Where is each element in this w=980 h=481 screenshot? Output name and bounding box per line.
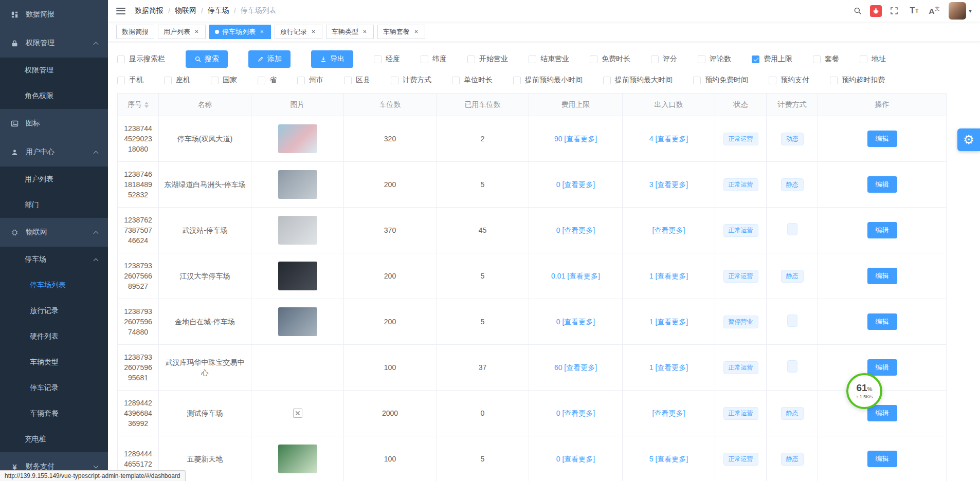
column-filter-checkbox[interactable]: 单位时长	[452, 76, 493, 85]
column-filter-checkbox[interactable]: 经度	[374, 54, 400, 64]
sidebar-item-charging-pile[interactable]: 充电桩	[0, 427, 108, 452]
row-thumbnail[interactable]	[278, 124, 317, 153]
row-thumbnail[interactable]	[278, 445, 317, 473]
sidebar-group-user-center[interactable]: 用户中心	[0, 138, 108, 166]
tab[interactable]: 用户列表	[158, 25, 206, 39]
breadcrumb-item[interactable]: 数据简报	[135, 6, 164, 15]
fee-limit-more-link[interactable]: 0 [查看更多]	[556, 318, 595, 326]
close-icon[interactable]	[193, 28, 200, 35]
fee-limit-more-link[interactable]: 90 [查看更多]	[554, 135, 597, 143]
fullscreen-button[interactable]	[886, 2, 902, 20]
column-filter-checkbox[interactable]: 评论数	[698, 54, 731, 64]
tab[interactable]: 车辆套餐	[377, 25, 425, 39]
gates-more-link[interactable]: 5 [查看更多]	[649, 455, 688, 463]
sidebar-item-hardware-list[interactable]: 硬件列表	[0, 324, 108, 349]
gates-more-link[interactable]: [查看更多]	[652, 409, 685, 417]
gates-more-link[interactable]: 1 [查看更多]	[649, 363, 688, 372]
sidebar-item-pass-records[interactable]: 放行记录	[0, 298, 108, 324]
gates-more-link[interactable]: [查看更多]	[652, 226, 685, 234]
fee-limit-more-link[interactable]: 0 [查看更多]	[556, 180, 595, 189]
column-filter-checkbox[interactable]: 预约超时扣费	[830, 76, 885, 85]
sidebar-group-iot[interactable]: 物联网	[0, 218, 108, 247]
column-filter-checkbox[interactable]: 手机	[117, 76, 143, 85]
tab[interactable]: 数据简报	[116, 25, 154, 39]
sidebar-item-parking-list[interactable]: 停车场列表	[0, 272, 108, 298]
gates-more-link[interactable]: 4 [查看更多]	[649, 135, 688, 143]
tab[interactable]: 放行记录	[275, 25, 322, 39]
sidebar-group-permissions[interactable]: 权限管理	[0, 29, 108, 58]
sidebar-group-parking[interactable]: 停车场	[0, 247, 108, 272]
column-filter-checkbox[interactable]: 地址	[860, 54, 886, 64]
column-filter-checkbox[interactable]: 结束营业	[529, 54, 569, 64]
sidebar-item-icons[interactable]: 图标	[0, 109, 108, 138]
close-icon[interactable]	[361, 28, 368, 35]
col-header-id[interactable]: 序号	[118, 94, 159, 116]
row-thumbnail[interactable]	[278, 307, 317, 336]
row-thumbnail[interactable]	[278, 216, 317, 245]
header-search-button[interactable]	[850, 2, 865, 20]
fee-limit-more-link[interactable]: 0 [查看更多]	[556, 455, 595, 463]
breadcrumb-item[interactable]: 停车场列表	[241, 6, 277, 15]
language-button[interactable]: A 文	[927, 2, 942, 20]
column-filter-checkbox[interactable]: 开始营业	[467, 54, 508, 64]
sidebar-item-department[interactable]: 部门	[0, 192, 108, 218]
edit-button[interactable]: 编辑	[867, 131, 897, 147]
column-filter-checkbox[interactable]: 费用上限	[752, 54, 792, 64]
network-speed-widget[interactable]: 61% ↑ 1.5K/s	[846, 373, 882, 409]
row-thumbnail[interactable]	[278, 170, 317, 199]
sidebar-item-vehicle-packages[interactable]: 车辆套餐	[0, 401, 108, 427]
fee-limit-more-link[interactable]: 60 [查看更多]	[554, 363, 597, 372]
font-size-button[interactable]: T T	[906, 2, 922, 20]
sidebar-item-role-permissions[interactable]: 角色权限	[0, 83, 108, 109]
gates-more-link[interactable]: 1 [查看更多]	[649, 318, 688, 326]
add-button[interactable]: 添加	[248, 50, 291, 68]
fee-limit-more-link[interactable]: 0 [查看更多]	[556, 226, 595, 234]
error-log-button[interactable]	[870, 5, 882, 17]
edit-button[interactable]: 编辑	[867, 313, 897, 330]
settings-fab[interactable]: ⚙	[957, 128, 980, 151]
sort-desc-icon[interactable]	[144, 105, 149, 108]
column-filter-checkbox[interactable]: 提前预约最小时间	[513, 76, 583, 85]
edit-button[interactable]: 编辑	[867, 222, 897, 238]
hamburger-menu-button[interactable]	[116, 8, 125, 14]
breadcrumb-item[interactable]: 物联网	[175, 6, 196, 15]
row-thumbnail[interactable]	[278, 262, 317, 290]
search-button[interactable]: 搜索	[186, 50, 228, 68]
close-icon[interactable]	[413, 28, 420, 35]
column-filter-checkbox[interactable]: 州市	[297, 76, 323, 85]
column-filter-checkbox[interactable]: 预约免费时间	[693, 76, 748, 85]
column-filter-checkbox[interactable]: 区县	[344, 76, 370, 85]
edit-button[interactable]: 编辑	[867, 451, 897, 467]
sidebar-item-user-list[interactable]: 用户列表	[0, 166, 108, 192]
column-filter-checkbox[interactable]: 座机	[164, 76, 190, 85]
sort-icons[interactable]	[144, 102, 149, 108]
close-icon[interactable]	[259, 28, 265, 35]
column-filter-checkbox[interactable]: 省	[258, 76, 277, 85]
show-search-checkbox[interactable]: 显示搜索栏	[117, 54, 165, 64]
sidebar-item-data-brief[interactable]: 数据简报	[0, 0, 108, 29]
breadcrumb-item[interactable]: 停车场	[208, 6, 229, 15]
fee-limit-more-link[interactable]: 0.01 [查看更多]	[551, 272, 600, 280]
tab[interactable]: 车辆类型	[326, 25, 374, 39]
tab[interactable]: 停车场列表	[209, 25, 271, 39]
column-filter-checkbox[interactable]: 免费时长	[590, 54, 630, 64]
sidebar-item-vehicle-types[interactable]: 车辆类型	[0, 349, 108, 375]
edit-button[interactable]: 编辑	[867, 359, 897, 376]
column-filter-checkbox[interactable]: 套餐	[813, 54, 839, 64]
row-thumbnail[interactable]	[293, 409, 302, 418]
sidebar-item-permission-management[interactable]: 权限管理	[0, 58, 108, 83]
column-filter-checkbox[interactable]: 国家	[211, 76, 237, 85]
gates-more-link[interactable]: 3 [查看更多]	[649, 180, 688, 189]
export-button[interactable]: 导出	[311, 50, 353, 68]
close-icon[interactable]	[310, 28, 317, 35]
column-filter-checkbox[interactable]: 纬度	[421, 54, 447, 64]
fee-limit-more-link[interactable]: 0 [查看更多]	[556, 409, 595, 417]
column-filter-checkbox[interactable]: 预约支付	[769, 76, 809, 85]
sort-asc-icon[interactable]	[144, 102, 149, 104]
column-filter-checkbox[interactable]: 评分	[651, 54, 677, 64]
edit-button[interactable]: 编辑	[867, 268, 897, 284]
gates-more-link[interactable]: 1 [查看更多]	[649, 272, 688, 280]
user-avatar-menu[interactable]: ▾	[949, 2, 972, 20]
column-filter-checkbox[interactable]: 计费方式	[391, 76, 431, 85]
column-filter-checkbox[interactable]: 提前预约最大时间	[603, 76, 673, 85]
